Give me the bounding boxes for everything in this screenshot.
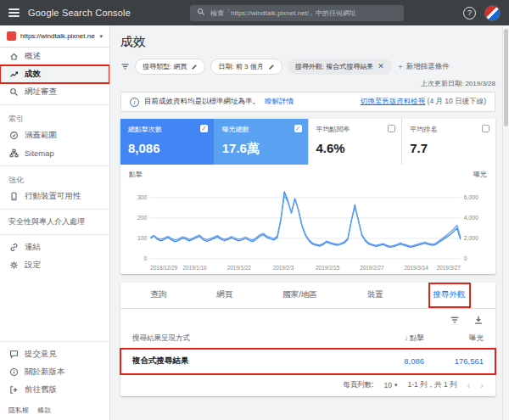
scrollbar[interactable] bbox=[502, 25, 509, 420]
tab-devices[interactable]: 裝置 bbox=[362, 283, 389, 308]
sidebar-item-label: 關於新版本 bbox=[25, 367, 65, 378]
column-header-clicks[interactable]: ↓點擊 bbox=[352, 333, 424, 344]
filter-chip-date[interactable]: 日期: 前 3 個月 bbox=[210, 59, 282, 75]
privacy-link[interactable]: 隱私權 bbox=[8, 406, 29, 415]
card-average-ctr[interactable]: 平均點閱率 4.6% bbox=[308, 119, 402, 165]
add-filter-button[interactable]: ＋ 新增篩選條件 bbox=[397, 62, 450, 72]
sidebar-item-label: 提交意見 bbox=[25, 349, 57, 360]
sidebar-item-label: 前往舊版 bbox=[25, 384, 57, 395]
help-icon[interactable]: ? bbox=[463, 7, 476, 20]
exit-arrow-icon bbox=[8, 385, 19, 395]
tab-search-appearance[interactable]: 搜尋外觀 bbox=[428, 283, 471, 308]
tab-pages[interactable]: 網頁 bbox=[211, 283, 238, 308]
sidebar-item-label: 連結 bbox=[25, 242, 41, 253]
filter-chip-search-appearance[interactable]: 搜尋外觀: 複合式搜尋結果 ✕ bbox=[288, 59, 392, 75]
menu-icon[interactable] bbox=[8, 8, 20, 17]
gear-icon bbox=[8, 260, 19, 270]
sidebar-item-go-to-old-version[interactable]: 前往舊版 bbox=[0, 381, 109, 399]
card-checkbox-unchecked[interactable] bbox=[388, 125, 395, 132]
property-selector[interactable]: https://windtalk.pixnet.net/ ▾ bbox=[0, 25, 109, 48]
sidebar-item-feedback[interactable]: 提交意見 bbox=[0, 345, 109, 363]
sitemap-icon bbox=[8, 148, 19, 158]
property-url: https://windtalk.pixnet.net/ bbox=[20, 32, 95, 40]
sidebar-item-security-manual-actions[interactable]: 安全性與專人介入處理 bbox=[0, 213, 109, 231]
filter-list-icon[interactable] bbox=[120, 59, 130, 75]
page-title: 成效 bbox=[120, 34, 495, 50]
table-header-row: 搜尋結果呈現方式 ↓點擊 曝光 bbox=[120, 329, 495, 349]
canonical-data-banner: i 目前成效資料均是以標準網址為準。 瞭解詳情 切換至舊版資料檢視 (4 月 1… bbox=[120, 92, 495, 112]
chip-label: 日期: 前 3 個月 bbox=[218, 62, 263, 71]
sidebar-item-performance[interactable]: 成效 bbox=[0, 65, 109, 83]
performance-chart-icon bbox=[8, 70, 19, 79]
svg-text:2019/2/3: 2019/2/3 bbox=[273, 265, 294, 271]
feedback-icon bbox=[8, 350, 19, 359]
performance-chart: 點擊 曝光 001002,0002004,0003006,0002018/12/… bbox=[120, 165, 495, 274]
table-filter-icon[interactable] bbox=[450, 315, 460, 325]
scrollbar-thumb[interactable] bbox=[504, 29, 508, 126]
column-header-impressions[interactable]: 曝光 bbox=[424, 333, 484, 344]
main-content: 成效 搜尋類型: 網頁 日期: 前 3 個月 搜尋外觀: 複合式搜尋結果 ✕ bbox=[110, 25, 509, 420]
card-total-impressions[interactable]: 曝光總數 17.6萬 ✓ bbox=[214, 119, 308, 165]
card-value: 8,086 bbox=[128, 141, 206, 155]
svg-text:6,000: 6,000 bbox=[464, 194, 478, 200]
card-label: 曝光總數 bbox=[222, 125, 300, 134]
svg-text:2018/12/29: 2018/12/29 bbox=[150, 265, 177, 271]
avatar[interactable] bbox=[484, 5, 501, 21]
next-page-button[interactable]: › bbox=[480, 381, 484, 390]
svg-text:2019/3/14: 2019/3/14 bbox=[405, 265, 429, 271]
sidebar-divider bbox=[0, 165, 109, 166]
sidebar-item-label: 設定 bbox=[25, 260, 41, 271]
app-title: Google Search Console bbox=[28, 8, 131, 18]
table-row-rich-results[interactable]: 複合式搜尋結果 8,086 176,561 bbox=[120, 349, 495, 374]
chip-label: 搜尋類型: 網頁 bbox=[143, 62, 187, 71]
sidebar-item-url-inspection[interactable]: 網址審查 bbox=[0, 83, 109, 101]
svg-text:2019/3/27: 2019/3/27 bbox=[437, 265, 461, 271]
sidebar-item-overview[interactable]: 概述 bbox=[0, 48, 109, 65]
pencil-icon bbox=[191, 64, 198, 70]
remove-filter-icon[interactable]: ✕ bbox=[378, 63, 384, 70]
sidebar-divider bbox=[0, 234, 109, 235]
switch-old-report-link[interactable]: 切換至舊版資料檢視 bbox=[361, 97, 426, 105]
card-checkbox-unchecked[interactable] bbox=[482, 125, 489, 132]
sidebar-item-mobile-usability[interactable]: 行動裝置可用性 bbox=[0, 188, 109, 205]
tab-countries[interactable]: 國家/地區 bbox=[277, 283, 322, 308]
sidebar-item-label: 概述 bbox=[25, 51, 41, 62]
card-checkbox-checked[interactable]: ✓ bbox=[200, 125, 208, 132]
property-icon bbox=[7, 31, 16, 41]
switch-note: (4 月 10 日後下線) bbox=[428, 97, 486, 105]
svg-text:0: 0 bbox=[464, 255, 467, 261]
right-axis-title: 曝光 bbox=[473, 170, 487, 179]
tab-queries[interactable]: 查詢 bbox=[145, 283, 171, 308]
svg-text:2019/1/10: 2019/1/10 bbox=[182, 265, 207, 271]
sidebar-item-coverage[interactable]: 涵蓋範圍 bbox=[0, 126, 109, 144]
sidebar-item-settings[interactable]: 設定 bbox=[0, 256, 109, 274]
card-label: 平均點閱率 bbox=[316, 125, 394, 134]
learn-more-link[interactable]: 瞭解詳情 bbox=[265, 97, 294, 107]
sidebar-item-label: 成效 bbox=[25, 69, 41, 80]
sort-desc-icon: ↓ bbox=[405, 333, 408, 342]
sidebar-item-links[interactable]: 連結 bbox=[0, 238, 109, 256]
rows-per-page-label: 每頁列數: bbox=[343, 380, 373, 390]
rows-per-page-select[interactable]: 10 ▾ bbox=[384, 381, 398, 389]
search-icon bbox=[197, 8, 205, 18]
url-inspection-search-input[interactable]: 檢查「https://windtalk.pixnet.net/」中的任何網址 bbox=[190, 5, 404, 21]
mobile-icon bbox=[8, 192, 19, 201]
sidebar-item-sitemaps[interactable]: Sitemap bbox=[0, 144, 109, 162]
sidebar-item-about-new-version[interactable]: 關於新版本 bbox=[0, 363, 109, 381]
info-icon: i bbox=[130, 98, 139, 107]
card-average-position[interactable]: 平均排名 7.7 bbox=[401, 119, 495, 165]
previous-page-button[interactable]: ‹ bbox=[467, 381, 471, 390]
terms-link[interactable]: 條款 bbox=[37, 406, 51, 415]
chip-label: 搜尋外觀: 複合式搜尋結果 bbox=[295, 62, 373, 71]
svg-text:2019/2/27: 2019/2/27 bbox=[360, 265, 384, 271]
line-chart[interactable]: 001002,0002004,0003006,0002018/12/292019… bbox=[126, 181, 490, 272]
card-checkbox-checked[interactable]: ✓ bbox=[294, 125, 302, 132]
download-icon[interactable] bbox=[473, 315, 484, 325]
filter-chip-search-type[interactable]: 搜尋類型: 網頁 bbox=[135, 59, 205, 75]
coverage-icon bbox=[8, 131, 19, 140]
sidebar-divider bbox=[0, 209, 109, 210]
column-header-appearance[interactable]: 搜尋結果呈現方式 bbox=[132, 333, 352, 344]
card-total-clicks[interactable]: 總點擊次數 8,086 ✓ bbox=[120, 119, 214, 165]
svg-text:4,000: 4,000 bbox=[464, 215, 478, 221]
card-value: 7.7 bbox=[410, 141, 488, 155]
